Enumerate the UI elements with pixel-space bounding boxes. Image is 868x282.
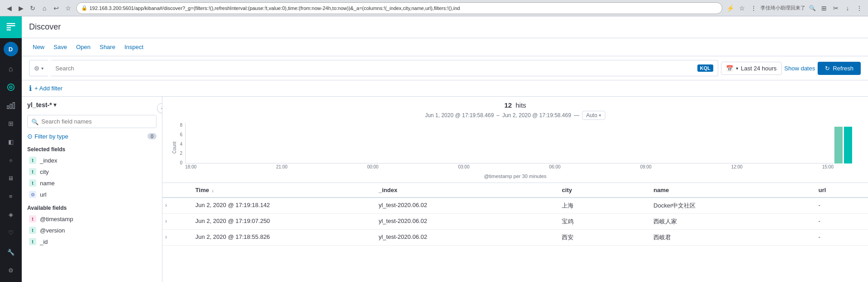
scissors-icon[interactable]: ✂ — [831, 3, 841, 13]
nav-icon-home[interactable]: ⌂ — [3, 61, 19, 77]
back-history-button[interactable]: ↩ — [51, 3, 62, 14]
search-icon[interactable]: 🔍 — [807, 3, 817, 13]
field-type-badge-t: t — [29, 157, 36, 164]
index-pattern-label: yl_test-* — [27, 101, 52, 109]
inspect-button[interactable]: Inspect — [121, 42, 147, 52]
user-avatar[interactable]: D — [4, 42, 18, 56]
app-title: Discover — [29, 22, 61, 32]
time-range-start: Jun 1, 2020 @ 17:19:58.469 — [425, 112, 494, 119]
field-item-city[interactable]: t city — [24, 166, 160, 177]
share-button[interactable]: Share — [96, 42, 119, 52]
forward-button[interactable]: ▶ — [15, 3, 26, 14]
open-button[interactable]: Open — [73, 42, 94, 52]
auto-interval-selector[interactable]: Auto ▾ — [582, 111, 606, 120]
nav-icon-visualize[interactable] — [3, 97, 19, 114]
refresh-button[interactable]: ↻ Refresh — [818, 62, 861, 75]
nav-icon-apm[interactable]: ◈ — [3, 206, 19, 223]
nav-icon-infrastructure[interactable]: 🖥 — [3, 170, 19, 186]
filter-icon: ⊜ — [34, 64, 39, 72]
new-button[interactable]: New — [29, 42, 48, 52]
back-button[interactable]: ◀ — [4, 3, 15, 14]
nav-icon-canvas[interactable]: ◧ — [3, 134, 19, 150]
bookmark-button[interactable]: ☆ — [63, 3, 74, 14]
histogram-area: 12 hits Jun 1, 2020 @ 17:19:58.469 – Jun… — [162, 97, 868, 183]
search-input-container[interactable]: KQL — [51, 60, 718, 76]
expand-cell[interactable]: › — [162, 230, 190, 246]
field-item-timestamp[interactable]: t @timestamp — [24, 213, 160, 224]
collapse-sidebar-button[interactable]: ‹ — [157, 103, 162, 113]
x-axis-labels: 18:00 21:00 00:00 03:00 06:00 09:00 12:0… — [170, 164, 861, 169]
field-name-city: city — [40, 168, 49, 175]
star-icon[interactable]: ☆ — [737, 3, 747, 13]
right-tall-bars — [834, 123, 857, 163]
time-range-end: Jun 2, 2020 @ 17:19:58.469 — [502, 112, 571, 119]
search-input[interactable] — [55, 65, 694, 72]
nav-icon-devtools[interactable]: 🔧 — [3, 244, 19, 260]
app-header: Discover — [22, 16, 868, 38]
nav-icon-uptime[interactable]: ♡ — [3, 224, 19, 241]
filter-options-icon[interactable]: ℹ — [29, 84, 32, 93]
index-pattern-selector[interactable]: yl_test-* ▾ — [27, 101, 56, 109]
nav-icon-management[interactable]: ⚙ — [3, 262, 19, 278]
field-name-timestamp: @timestamp — [40, 216, 73, 223]
save-button[interactable]: Save — [50, 42, 71, 52]
search-type-selector[interactable]: ⊜ ▾ — [29, 60, 48, 76]
add-filter-button[interactable]: + Add filter — [34, 85, 63, 92]
nav-icon-dashboard[interactable]: ⊞ — [3, 115, 19, 132]
expand-row-button[interactable]: › — [165, 218, 167, 224]
security-icon: 🔒 — [81, 5, 88, 11]
time-range-label: Last 24 hours — [741, 65, 777, 72]
search-fields-icon: 🔍 — [31, 118, 39, 125]
results-table-container: Time ↓ _index city name url — [162, 183, 868, 246]
time-col-header[interactable]: Time ↓ — [190, 183, 373, 198]
reload-button[interactable]: ↻ — [27, 3, 38, 14]
url-cell: - — [813, 214, 868, 230]
url-col-header[interactable]: url — [813, 183, 868, 198]
time-picker-button[interactable]: 📅 ▾ Last 24 hours — [721, 62, 782, 75]
home-button[interactable]: ⌂ — [39, 3, 50, 14]
filter-by-type-button[interactable]: ⊙ Filter by type — [27, 133, 68, 140]
url-text: 192.168.3.200:5601/app/kibana#/discover?… — [89, 5, 460, 11]
city-cell: 西安 — [556, 230, 648, 246]
chart-bars-area[interactable] — [185, 123, 834, 163]
expand-row-button[interactable]: › — [165, 202, 167, 208]
field-item-url[interactable]: ⊙ url — [24, 189, 160, 200]
field-item-name[interactable]: t name — [24, 178, 160, 188]
nav-icon-discover[interactable] — [3, 79, 19, 95]
kql-badge[interactable]: KQL — [697, 64, 713, 72]
expand-cell[interactable]: › — [162, 214, 190, 230]
nav-icon-logs[interactable]: ≡ — [3, 188, 19, 204]
more2-icon[interactable]: ⋮ — [854, 3, 864, 13]
search-fields-input[interactable] — [27, 115, 157, 128]
name-col-header[interactable]: name — [648, 183, 813, 198]
expand-row-button[interactable]: › — [165, 234, 167, 240]
download-icon[interactable]: ↓ — [843, 3, 853, 13]
grid-icon[interactable]: ⊞ — [819, 3, 829, 13]
svg-rect-3 — [10, 104, 12, 109]
time-range-row: Jun 1, 2020 @ 17:19:58.469 – Jun 2, 2020… — [170, 111, 861, 120]
city-cell: 宝鸡 — [556, 214, 648, 230]
field-item-version[interactable]: t @version — [24, 225, 160, 236]
city-col-header[interactable]: city — [556, 183, 648, 198]
more-icon[interactable]: ⋮ — [749, 3, 759, 13]
extension-icon[interactable]: ⚡ — [725, 3, 735, 13]
url-cell: - — [813, 198, 868, 214]
chevron-down-icon: ▾ — [736, 66, 738, 71]
table-row: › Jun 2, 2020 @ 17:18:55.826 yl_test-202… — [162, 230, 868, 246]
field-type-badge-date: t — [29, 215, 36, 223]
nav-icon-ml[interactable]: ⟐ — [3, 152, 19, 168]
available-fields-label: Available fields — [22, 200, 162, 213]
chart-container: Count 8 6 4 2 0 — [170, 123, 861, 173]
expand-cell[interactable]: › — [162, 198, 190, 214]
app-logo[interactable] — [0, 16, 22, 38]
index-cell: yl_test-2020.06.02 — [373, 230, 556, 246]
svg-rect-2 — [7, 106, 9, 109]
field-item-id[interactable]: t _id — [24, 236, 160, 247]
index-col-header[interactable]: _index — [373, 183, 556, 198]
field-type-badge-t4: t — [29, 227, 36, 234]
field-item-index[interactable]: t _index — [24, 155, 160, 166]
time-cell: Jun 2, 2020 @ 17:19:18.142 — [190, 198, 373, 214]
toolbar: New Save Open Share Inspect — [22, 38, 868, 56]
show-dates-button[interactable]: Show dates — [785, 65, 815, 72]
sidebar-header: yl_test-* ▾ ‹ — [22, 97, 162, 113]
